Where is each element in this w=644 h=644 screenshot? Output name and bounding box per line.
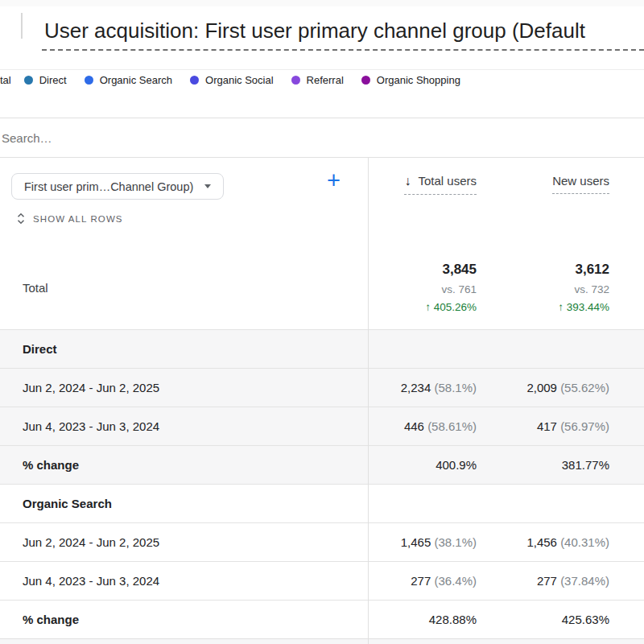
user-acquisition-report: User acquisition: First user primary cha… — [0, 0, 644, 644]
show-all-rows-button[interactable]: SHOW ALL ROWS — [16, 213, 123, 225]
total-row-label: Total — [23, 280, 48, 294]
legend-label: Organic Social — [205, 74, 274, 86]
legend-label: Organic Shopping — [377, 74, 460, 86]
section-direct: Direct Jun 2, 2024 - Jun 2, 2025 2,234 (… — [0, 329, 644, 484]
metric-comparison: vs. 761 — [441, 283, 477, 295]
section-header-row: Direct — [0, 329, 644, 368]
spacer — [0, 89, 644, 118]
metric-change: ↑ 393.44% — [558, 301, 609, 313]
sort-descending-icon: ↓ — [404, 174, 411, 188]
row-label: Jun 2, 2024 - Jun 2, 2025 — [0, 381, 369, 394]
section-name: Organic Search — [0, 497, 369, 510]
cell-total-users: 2,234 (58.1%) — [369, 381, 477, 394]
table-row: Jun 4, 2023 - Jun 3, 2024 277 (36.4%) 27… — [0, 561, 644, 600]
table-controls: First user prim…Channel Group) + SHOW AL… — [0, 158, 644, 245]
cell-total-users: 277 (36.4%) — [369, 574, 477, 588]
dimension-dropdown[interactable]: First user prim…Channel Group) — [11, 173, 224, 200]
metric-value: 3,612 — [575, 262, 609, 278]
total-metric-new-users: 3,612 vs. 732 ↑ 393.44% — [558, 245, 609, 329]
table-row-percent-change: % change 400.9% 381.77% — [0, 445, 644, 484]
next-section-partial-row — [0, 638, 644, 644]
column-divider — [368, 158, 369, 644]
cell-new-users: 1,456 (40.31%) — [477, 535, 609, 549]
legend-dot-icon — [24, 76, 33, 85]
legend-item-organic-shopping[interactable]: Organic Shopping — [361, 74, 460, 86]
table-row-percent-change: % change 428.88% 425.63% — [0, 600, 644, 638]
column-header-label: Total users — [418, 174, 477, 188]
row-label: Jun 2, 2024 - Jun 2, 2025 — [0, 535, 369, 549]
cell-total-users: 446 (58.61%) — [369, 419, 477, 433]
title-divider-tick — [21, 13, 23, 39]
report-header: User acquisition: First user primary cha… — [0, 6, 644, 69]
legend-item-organic-social[interactable]: Organic Social — [190, 74, 274, 86]
table-row: Jun 4, 2023 - Jun 3, 2024 446 (58.61%) 4… — [0, 407, 644, 445]
search-input[interactable] — [0, 131, 644, 145]
title-dashed-underline — [42, 49, 644, 51]
row-label: % change — [0, 458, 369, 472]
legend-label: Organic Search — [100, 74, 172, 86]
cell-new-users: 417 (56.97%) — [477, 419, 609, 433]
chevron-down-icon — [204, 184, 211, 188]
top-edge — [0, 0, 644, 6]
table-search-row — [0, 118, 644, 157]
cell-total-users: 428.88% — [369, 613, 477, 626]
add-dimension-button[interactable]: + — [327, 167, 341, 194]
section-organic-search: Organic Search Jun 2, 2024 - Jun 2, 2025… — [0, 484, 644, 638]
unfold-more-icon — [16, 213, 26, 225]
legend-item-direct[interactable]: Direct — [24, 74, 67, 86]
legend-dot-icon — [190, 76, 199, 85]
chart-legend: tal Direct Organic Search Organic Social… — [0, 70, 644, 89]
cell-new-users: 425.63% — [477, 613, 609, 626]
column-header-new-users[interactable]: New users — [552, 174, 609, 194]
cell-new-users: 381.77% — [477, 458, 609, 472]
column-header-total-users[interactable]: ↓ Total users — [404, 174, 477, 195]
metric-value: 3,845 — [442, 262, 477, 278]
cell-total-users: 400.9% — [369, 458, 477, 472]
legend-item-total-clipped[interactable]: tal — [0, 74, 11, 86]
metric-comparison: vs. 732 — [574, 283, 609, 295]
section-name: Direct — [0, 342, 369, 356]
total-row: Total 3,845 vs. 761 ↑ 405.26% 3,612 vs. … — [0, 245, 644, 329]
total-metric-total-users: 3,845 vs. 761 ↑ 405.26% — [425, 245, 477, 329]
metric-change: ↑ 405.26% — [425, 301, 477, 313]
legend-dot-icon — [291, 76, 300, 85]
legend-dot-icon — [361, 76, 370, 85]
dimension-dropdown-label: First user prim…Channel Group) — [24, 180, 193, 193]
table-row: Jun 2, 2024 - Jun 2, 2025 1,465 (38.1%) … — [0, 522, 644, 561]
legend-label: Referral — [307, 74, 344, 86]
column-header-label: New users — [552, 174, 609, 188]
row-label: Jun 4, 2023 - Jun 3, 2024 — [0, 419, 369, 433]
legend-item-referral[interactable]: Referral — [291, 74, 344, 86]
legend-label: tal — [0, 74, 11, 86]
cell-new-users: 2,009 (55.62%) — [477, 381, 609, 394]
row-label: Jun 4, 2023 - Jun 3, 2024 — [0, 574, 369, 588]
cell-new-users: 277 (37.84%) — [477, 574, 609, 588]
table-row: Jun 2, 2024 - Jun 2, 2025 2,234 (58.1%) … — [0, 368, 644, 407]
row-label: % change — [0, 613, 369, 626]
page-title[interactable]: User acquisition: First user primary cha… — [44, 18, 644, 43]
legend-dot-icon — [85, 76, 93, 85]
legend-label: Direct — [39, 74, 67, 86]
data-table: First user prim…Channel Group) + SHOW AL… — [0, 158, 644, 644]
section-header-row: Organic Search — [0, 484, 644, 522]
legend-item-organic-search[interactable]: Organic Search — [85, 74, 172, 86]
cell-total-users: 1,465 (38.1%) — [369, 535, 477, 549]
show-all-rows-label: SHOW ALL ROWS — [33, 214, 123, 224]
